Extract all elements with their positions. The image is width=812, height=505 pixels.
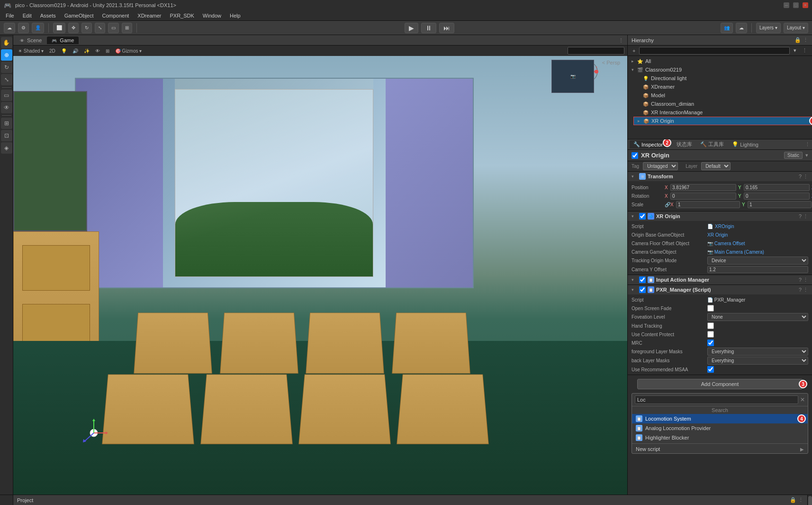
vp-grid[interactable]: ⊞ — [104, 48, 111, 54]
multi-tool[interactable]: ⊞ — [122, 23, 132, 33]
minimize-button[interactable]: ─ — [784, 2, 789, 8]
xrorigin-info-btn[interactable]: ? — [799, 213, 802, 220]
use-recommended-msaa-check[interactable] — [707, 366, 714, 373]
hierarchy-add-button[interactable]: + — [631, 47, 637, 54]
layers-button[interactable]: Layers ▾ — [756, 23, 781, 33]
transform-tools[interactable]: ⬜ — [53, 23, 65, 33]
menu-help[interactable]: Help — [226, 12, 244, 19]
vp-hidden[interactable]: 👁 — [93, 48, 102, 54]
rot-x-input[interactable] — [670, 193, 736, 200]
custom-tool-2[interactable]: ⊡ — [1, 130, 12, 141]
use-content-protect-check[interactable] — [707, 331, 714, 338]
rect-tool[interactable]: ▭ — [108, 23, 119, 33]
pxr-info-btn[interactable]: ? — [799, 287, 802, 293]
pxr-header[interactable]: ▾ 📋 PXR_Manager (Script) ? ⋮ — [628, 285, 812, 294]
view-tool[interactable]: 👁 — [1, 102, 12, 113]
menu-assets[interactable]: Assets — [36, 12, 60, 19]
rot-y-input[interactable] — [744, 193, 810, 200]
tab-game[interactable]: 🎮 Game — [47, 37, 79, 44]
cloud-button[interactable]: ☁ — [4, 23, 15, 33]
hierarchy-more[interactable]: ⋮ — [800, 47, 809, 54]
project-options-icon[interactable]: ⋮ — [798, 497, 803, 503]
move-tool[interactable]: ✥ — [68, 23, 79, 33]
tag-select[interactable]: Untagged — [643, 162, 678, 170]
vp-shading[interactable]: ☀ Shaded ▾ — [16, 48, 45, 54]
hand-tool[interactable]: ✋ — [1, 37, 12, 48]
menu-file[interactable]: File — [2, 12, 18, 19]
step-button[interactable]: ⏭ — [439, 23, 454, 33]
vp-2d[interactable]: 2D — [47, 48, 57, 54]
vp-gizmos[interactable]: 🎯 Gizmos ▾ — [113, 48, 144, 54]
pxr-active-checkbox[interactable] — [639, 286, 646, 293]
hier-xrorigin[interactable]: ▸ 📦 XR Origin — [633, 117, 812, 125]
project-scrollbar[interactable] — [808, 496, 812, 505]
rotate-tool-left[interactable]: ↻ — [1, 62, 12, 73]
inspector-options-icon[interactable]: ⋮ — [805, 141, 810, 147]
viewport-search[interactable] — [568, 47, 624, 55]
custom-tool-3[interactable]: ◈ — [1, 142, 12, 154]
viewport-options[interactable]: ⋮ — [617, 37, 625, 43]
settings-button[interactable]: ⚙ — [18, 23, 29, 33]
pos-y-input[interactable] — [744, 184, 810, 191]
maximize-button[interactable]: □ — [793, 2, 799, 8]
hand-tracking-check[interactable] — [707, 322, 714, 329]
tab-stateku[interactable]: 状态库 — [673, 140, 696, 149]
layout-button[interactable]: Layout ▾ — [784, 23, 808, 33]
viewport-tabs[interactable]: 👁 Scene 🎮 Game ⋮ — [13, 35, 627, 46]
scale-tool[interactable]: ⤡ — [95, 23, 105, 33]
hier-xdreamer[interactable]: 📦 XDreamer — [633, 83, 812, 91]
iam-header[interactable]: ▾ 📋 Input Action Manager ? ⋮ — [628, 275, 812, 285]
account-button[interactable]: 👤 — [32, 23, 44, 33]
open-screen-fade-check[interactable] — [707, 305, 714, 312]
move-tool-left[interactable]: ⊕ — [1, 49, 12, 61]
layer-select[interactable]: Default — [701, 162, 731, 170]
transform-header[interactable]: ▾ ⊞ Transform ? ⋮ — [628, 172, 812, 181]
hierarchy-search[interactable] — [639, 47, 790, 55]
sd-item-highlighter[interactable]: 📋 Highlighter Blocker — [632, 433, 808, 442]
menu-xdreamer[interactable]: XDreamer — [134, 12, 165, 19]
scale-x-input[interactable] — [676, 201, 740, 208]
cloud-build-button[interactable]: ☁ — [736, 23, 747, 33]
iam-info-btn[interactable]: ? — [799, 277, 802, 283]
play-button[interactable]: ▶ — [405, 23, 418, 33]
menu-component[interactable]: Component — [98, 12, 133, 19]
xrorigin-active-checkbox[interactable] — [639, 213, 646, 220]
menu-window[interactable]: Window — [199, 12, 225, 19]
sd-search-input[interactable] — [635, 395, 798, 404]
transform-more-btn[interactable]: ⋮ — [803, 174, 808, 180]
close-button[interactable]: ✕ — [803, 2, 808, 8]
sd-item-locomotion[interactable]: 📋 Locomotion System — [632, 414, 808, 423]
scale-tool-left[interactable]: ⤡ — [1, 74, 12, 85]
hier-all[interactable]: ▸ ⭐ All — [628, 57, 812, 65]
back-layer-select[interactable]: Everything — [707, 357, 808, 365]
iam-more-btn[interactable]: ⋮ — [803, 277, 808, 283]
fg-layer-select[interactable]: Everything — [707, 348, 808, 356]
vp-fx[interactable]: ✨ — [82, 48, 91, 54]
vp-audio[interactable]: 🔊 — [71, 48, 80, 54]
tab-lighting[interactable]: 💡 Lighting — [728, 140, 762, 148]
rotate-tool[interactable]: ↻ — [81, 23, 92, 33]
tab-inspector[interactable]: 🔧 Inspector — [630, 140, 667, 148]
collab-button[interactable]: 👥 — [721, 23, 733, 33]
transform-info-btn[interactable]: ? — [799, 174, 802, 180]
hier-model[interactable]: 📦 Model — [633, 91, 812, 100]
pxr-more-btn[interactable]: ⋮ — [803, 287, 808, 293]
window-controls[interactable]: ─ □ ✕ — [784, 2, 808, 8]
hierarchy-options-icon[interactable]: ⋮ — [803, 37, 808, 43]
pos-x-input[interactable] — [670, 184, 736, 191]
sd-item-analog[interactable]: 📋 Analog Locomotion Provider — [632, 423, 808, 433]
vp-light[interactable]: 💡 — [59, 48, 69, 54]
hierarchy-filter[interactable]: ▾ — [792, 47, 798, 54]
pause-button[interactable]: ⏸ — [421, 23, 436, 33]
tracking-mode-select[interactable]: Device — [707, 257, 808, 265]
tab-toolku[interactable]: 🔨 工具库 — [696, 140, 728, 149]
static-dropdown-icon[interactable]: ▾ — [805, 152, 808, 158]
menu-gameobject[interactable]: GameObject — [61, 12, 98, 19]
rect-tool-left[interactable]: ▭ — [1, 90, 12, 101]
menu-pxrsdk[interactable]: PXR_SDK — [166, 12, 198, 19]
hier-classroom[interactable]: ▾ 🎬 Classroom0219 — [628, 65, 812, 74]
add-component-button[interactable]: Add Component — [637, 379, 803, 389]
hier-dimian[interactable]: 📦 Classroom_dimian — [633, 100, 812, 108]
camera-y-offset-input[interactable] — [707, 266, 808, 273]
xrorigin-more-btn[interactable]: ⋮ — [803, 213, 808, 220]
